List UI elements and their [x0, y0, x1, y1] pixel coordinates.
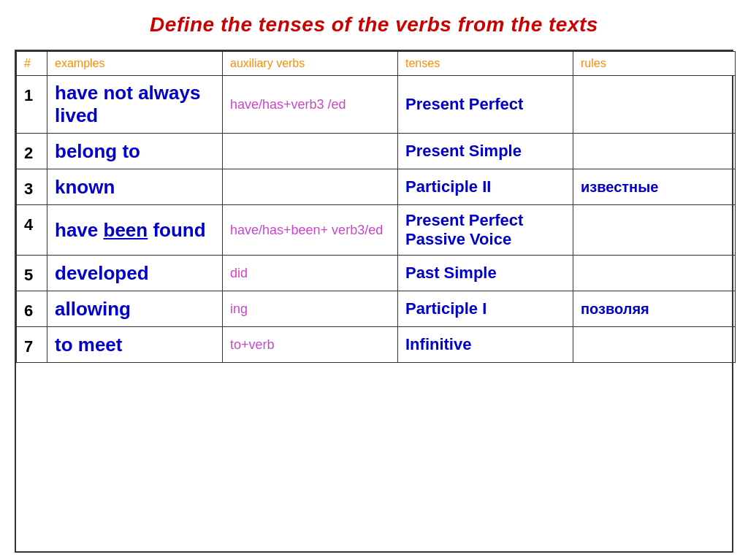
table-header-row: # examples auxiliary verbs tenses rules	[17, 52, 736, 76]
cell-example-2: belong to	[47, 134, 223, 169]
cell-tense-3: Participle II	[398, 169, 573, 205]
header-rules: rules	[573, 52, 736, 76]
cell-num-2: 2	[17, 134, 47, 169]
cell-tense-4: Present Perfect Passive Voice	[398, 205, 573, 256]
page-title: Define the tenses of the verbs from the …	[15, 13, 733, 37]
cell-tense-5: Past Simple	[398, 256, 573, 291]
cell-rules-1	[573, 76, 736, 134]
example-text-6: allowing	[55, 298, 131, 320]
table-row: 2 belong to Present Simple	[17, 134, 736, 169]
example-text-2: belong to	[55, 140, 140, 162]
cell-num-3: 3	[17, 169, 47, 205]
cell-num-6: 6	[17, 291, 47, 327]
table-row: 1 have not always lived have/has+verb3 /…	[17, 76, 736, 134]
cell-example-3: known	[47, 169, 223, 205]
table-row: 3 known Participle II известные	[17, 169, 736, 205]
cell-example-4: have been found	[47, 205, 223, 256]
table-row: 6 allowing ing Participle I позволяя	[17, 291, 736, 327]
page-container: Define the tenses of the verbs from the …	[0, 0, 748, 560]
main-table: # examples auxiliary verbs tenses rules …	[16, 51, 736, 363]
header-tenses: tenses	[398, 52, 573, 76]
cell-tense-2: Present Simple	[398, 134, 573, 169]
cell-tense-7: Infinitive	[398, 327, 573, 363]
cell-rules-4	[573, 205, 736, 256]
cell-example-6: allowing	[47, 291, 223, 327]
cell-rules-2	[573, 134, 736, 169]
cell-rules-5	[573, 256, 736, 291]
example-text-5: developed	[55, 262, 149, 284]
cell-rules-3: известные	[573, 169, 736, 205]
example-after-4: found	[148, 219, 205, 241]
table-wrapper: # examples auxiliary verbs tenses rules …	[15, 50, 733, 553]
table-row: 4 have been found have/has+been+ verb3/e…	[17, 205, 736, 256]
example-text-1: have not always lived	[55, 82, 200, 126]
cell-example-7: to meet	[47, 327, 223, 363]
example-underline-4: been	[104, 219, 148, 241]
cell-aux-5: did	[223, 256, 398, 291]
cell-example-1: have not always lived	[47, 76, 223, 134]
header-auxiliary-verbs: auxiliary verbs	[223, 52, 398, 76]
cell-aux-1: have/has+verb3 /ed	[223, 76, 398, 134]
example-text-7: to meet	[55, 334, 122, 356]
cell-num-1: 1	[17, 76, 47, 134]
cell-aux-7: to+verb	[223, 327, 398, 363]
cell-aux-4: have/has+been+ verb3/ed	[223, 205, 398, 256]
cell-tense-6: Participle I	[398, 291, 573, 327]
example-plain-4: have	[55, 219, 104, 241]
cell-num-4: 4	[17, 205, 47, 256]
table-row: 5 developed did Past Simple	[17, 256, 736, 291]
cell-rules-6: позволяя	[573, 291, 736, 327]
cell-num-7: 7	[17, 327, 47, 363]
example-text-3: known	[55, 176, 115, 198]
cell-tense-1: Present Perfect	[398, 76, 573, 134]
cell-rules-7	[573, 327, 736, 363]
cell-example-5: developed	[47, 256, 223, 291]
header-examples: examples	[47, 52, 223, 76]
cell-aux-2	[223, 134, 398, 169]
cell-aux-3	[223, 169, 398, 205]
cell-num-5: 5	[17, 256, 47, 291]
header-num: #	[17, 52, 47, 76]
cell-aux-6: ing	[223, 291, 398, 327]
table-row: 7 to meet to+verb Infinitive	[17, 327, 736, 363]
